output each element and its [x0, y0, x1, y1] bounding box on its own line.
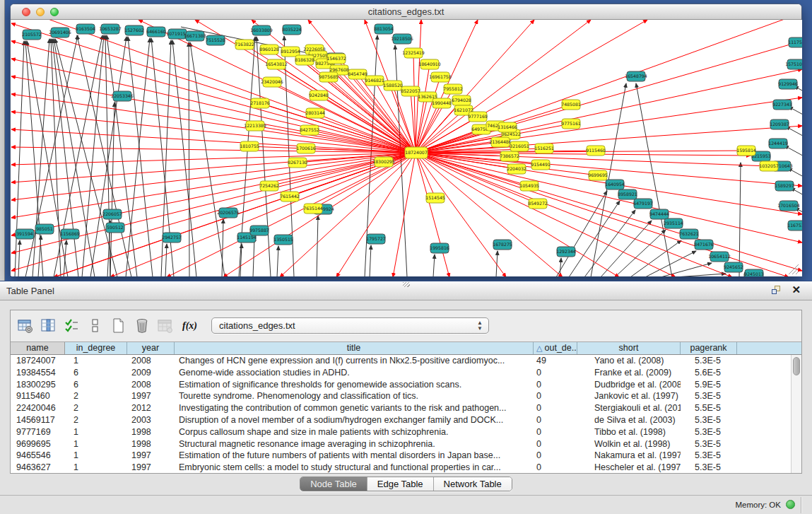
- graph-node[interactable]: 2803144: [305, 108, 325, 118]
- graph-node[interactable]: 6479197: [633, 199, 653, 209]
- close-panel-icon[interactable]: ✕: [792, 285, 801, 295]
- graph-node[interactable]: 1316466: [498, 122, 517, 132]
- table-row[interactable]: 2242004622012Investigating the contribut…: [11, 402, 791, 414]
- new-table-icon[interactable]: [108, 315, 129, 337]
- graph-node[interactable]: 9975887: [249, 226, 269, 235]
- graph-node[interactable]: 1588520: [383, 81, 403, 90]
- show-column-icon[interactable]: [38, 315, 59, 337]
- graph-node[interactable]: 9777169: [468, 112, 488, 122]
- table-row[interactable]: 1830029562008Estimation of significance …: [11, 379, 791, 391]
- network-canvas[interactable]: 2105572206914069163504106532871527602646…: [11, 20, 802, 276]
- graph-node[interactable]: 8471676: [694, 240, 714, 250]
- graph-node[interactable]: 1595814: [736, 146, 756, 156]
- graph-node[interactable]: 1640954: [605, 180, 625, 189]
- network-window-titlebar[interactable]: citations_edges.txt: [11, 4, 801, 20]
- graph-node[interactable]: 7632621: [679, 229, 699, 239]
- column-header-short[interactable]: short: [577, 342, 681, 354]
- graph-node[interactable]: 2204032: [507, 164, 526, 174]
- graph-node[interactable]: 8267130: [288, 158, 307, 168]
- graph-node[interactable]: 1700616: [296, 144, 316, 153]
- graph-node[interactable]: 985051: [35, 224, 54, 234]
- graph-node[interactable]: 9474444: [649, 209, 669, 219]
- graph-node[interactable]: 2935114: [664, 218, 683, 228]
- graph-node[interactable]: 10654112: [708, 252, 731, 262]
- graph-node[interactable]: 7955812: [443, 84, 463, 94]
- vertical-scrollbar[interactable]: [791, 355, 801, 473]
- graph-node[interactable]: 1546372: [326, 54, 346, 64]
- graph-node[interactable]: 18300295: [372, 157, 395, 167]
- tab-edge-table[interactable]: Edge Table: [367, 477, 434, 491]
- graph-node[interactable]: 16671388: [184, 31, 206, 41]
- graph-node[interactable]: 391594: [16, 229, 34, 239]
- graph-node[interactable]: 16543812: [265, 59, 288, 69]
- graph-node[interactable]: 9245013: [744, 269, 764, 276]
- graph-node[interactable]: 1117514: [788, 37, 802, 47]
- graph-node[interactable]: 9129946: [778, 79, 798, 89]
- graph-node[interactable]: 1350515: [273, 235, 293, 245]
- graph-nodes[interactable]: 2105572206914069163504106532871527602646…: [16, 24, 802, 276]
- graph-node[interactable]: 1810755: [240, 141, 259, 151]
- column-header-name[interactable]: name: [11, 342, 65, 354]
- graph-node[interactable]: 1990448: [432, 98, 452, 108]
- graph-node[interactable]: 7163822: [235, 40, 254, 49]
- float-panel-icon[interactable]: [772, 285, 782, 295]
- table-row[interactable]: 969969511998Structural magnetic resonanc…: [11, 438, 791, 450]
- graph-node[interactable]: 9699695: [588, 170, 608, 180]
- graph-node[interactable]: 1156869: [60, 229, 80, 239]
- graph-node[interactable]: 7635144: [303, 204, 323, 214]
- column-header-title[interactable]: title: [175, 342, 534, 354]
- tab-network-table[interactable]: Network Table: [434, 477, 512, 491]
- graph-node[interactable]: 16033809: [250, 25, 273, 35]
- graph-node[interactable]: 9245652: [724, 262, 743, 272]
- graph-node[interactable]: 8958921: [618, 189, 637, 199]
- graph-node[interactable]: 9115460: [586, 146, 606, 156]
- memory-status-indicator[interactable]: [786, 500, 795, 509]
- graph-node[interactable]: 9146821: [365, 76, 384, 86]
- table-row[interactable]: 911546021997Tourette syndrome. Phenomeno…: [11, 390, 791, 402]
- graph-node[interactable]: 8549272: [528, 199, 548, 209]
- column-header-year[interactable]: year: [127, 342, 175, 354]
- graph-node[interactable]: 1209387: [770, 119, 789, 129]
- modify-table-icon[interactable]: [15, 315, 36, 337]
- panel-resize-grip[interactable]: [403, 282, 410, 287]
- graph-node[interactable]: 1516251: [534, 144, 554, 153]
- table-row[interactable]: 946362711997Embryonic stem cells: a mode…: [11, 462, 791, 473]
- graph-node[interactable]: 8035224: [282, 25, 302, 35]
- graph-node[interactable]: 20691406: [49, 28, 71, 37]
- graph-node[interactable]: 23420046: [261, 77, 283, 87]
- graph-node[interactable]: 8427552: [300, 125, 319, 135]
- graph-node[interactable]: 2718176: [250, 98, 270, 108]
- graph-node[interactable]: 2206057: [102, 209, 122, 219]
- graph-node[interactable]: 3216051: [510, 141, 529, 151]
- graph-node[interactable]: 17016504: [777, 201, 800, 211]
- close-window-button[interactable]: [22, 8, 30, 16]
- graph-node[interactable]: 21364486: [489, 137, 512, 147]
- graph-node[interactable]: 1167534: [787, 221, 802, 230]
- graph-node[interactable]: 590512: [106, 223, 124, 233]
- graph-node[interactable]: 8813054: [374, 24, 394, 34]
- graph-node[interactable]: 1032057: [759, 161, 779, 171]
- graph-node[interactable]: 7615442: [280, 192, 300, 201]
- graph-node[interactable]: 1244419: [768, 139, 788, 148]
- graph-node[interactable]: 9775161: [561, 119, 581, 129]
- graph-node[interactable]: 9242848: [309, 90, 329, 100]
- table-row[interactable]: 1872400712008Changes of HCN gene express…: [11, 355, 791, 367]
- delete-table-icon[interactable]: [131, 315, 153, 337]
- table-row[interactable]: 977716911998Corpus callosum shape and si…: [11, 426, 791, 438]
- graph-node[interactable]: 1678275: [493, 240, 512, 250]
- column-header-in_degree[interactable]: in_degree: [65, 342, 127, 354]
- graph-node[interactable]: 8186328: [295, 55, 314, 65]
- tab-node-table[interactable]: Node Table: [300, 477, 367, 491]
- network-graph[interactable]: 2105572206914069163504106532871527602646…: [11, 20, 802, 276]
- table-row[interactable]: 1938455462009Genome-wide association stu…: [11, 367, 791, 379]
- graph-node[interactable]: 1795727: [366, 234, 386, 244]
- graph-node[interactable]: 12325419: [402, 48, 425, 58]
- graph-node[interactable]: 10653287: [99, 24, 122, 34]
- canvas-resize-grip[interactable]: [789, 264, 799, 274]
- scrollbar-thumb[interactable]: [793, 357, 800, 375]
- column-header-pagerank[interactable]: pagerank: [681, 342, 737, 354]
- graph-node[interactable]: 7386572: [500, 151, 519, 161]
- graph-node[interactable]: 9154491: [531, 160, 551, 170]
- rows-icon[interactable]: [85, 315, 106, 337]
- zoom-window-button[interactable]: [50, 8, 59, 16]
